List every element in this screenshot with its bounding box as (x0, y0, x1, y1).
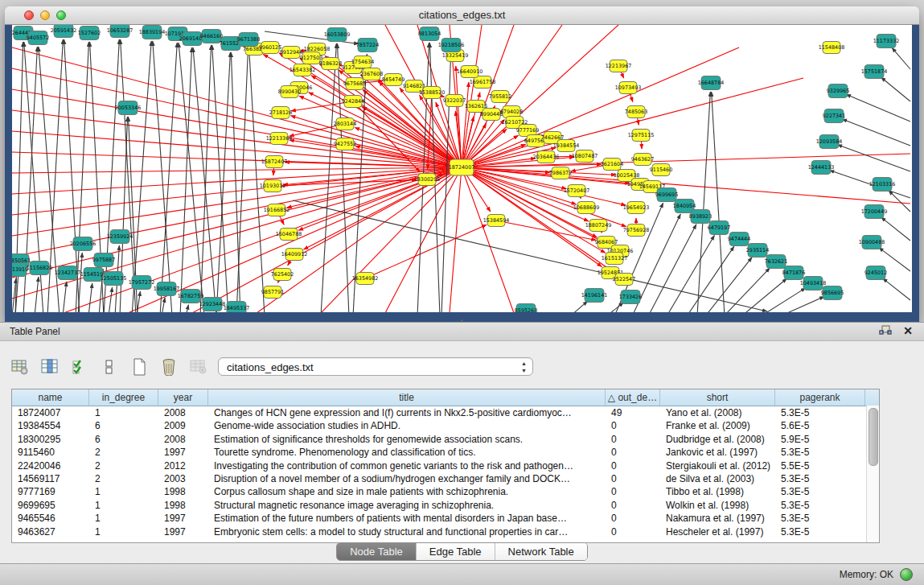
graph-node[interactable]: 9671388 (237, 33, 260, 47)
table-cell-title[interactable]: Estimation of the future numbers of pati… (208, 512, 606, 525)
graph-node[interactable]: 18839194 (139, 26, 166, 39)
memory-status-indicator[interactable] (900, 568, 913, 581)
table-cell-name[interactable]: 9465546 (12, 512, 89, 525)
table-cell-name[interactable]: 18300295 (12, 433, 89, 446)
graph-node[interactable]: 1733426 (619, 290, 642, 304)
table-cell-title[interactable]: Estimation of significance thresholds fo… (208, 433, 606, 446)
table-cell-name[interactable]: 14569117 (12, 472, 89, 485)
graph-node[interactable]: 9463627 (631, 154, 654, 166)
network-view[interactable]: 1872400718300295766382299601258912944182… (12, 25, 912, 312)
graph-node[interactable]: 3621604 (601, 159, 623, 171)
table-cell-out_degree[interactable]: 0 (606, 472, 660, 485)
graph-node[interactable]: 16409912 (281, 249, 308, 261)
graph-node[interactable]: 17957272 (129, 276, 155, 290)
table-cell-out_degree[interactable]: 0 (606, 485, 660, 498)
graph-node[interactable]: 12444133 (808, 161, 835, 175)
table-cell-pagerank[interactable]: 5.6E-5 (775, 419, 865, 432)
table-cell-name[interactable]: 9777169 (12, 485, 89, 498)
graph-node[interactable]: 12213967 (606, 60, 632, 72)
table-row[interactable]: 1830029562008Estimation of significance … (12, 433, 879, 446)
table-cell-out_degree[interactable]: 0 (606, 446, 660, 459)
graph-node[interactable]: 12342737 (55, 266, 81, 280)
table-cell-short[interactable]: Franke et al. (2009) (660, 419, 775, 432)
graph-node[interactable]: 6479197 (708, 221, 730, 235)
graph-node[interactable]: 19218506 (438, 39, 465, 52)
graph-node[interactable]: 20206556 (70, 237, 97, 251)
graph-node[interactable]: 9675685 (343, 78, 366, 90)
table-cell-pagerank[interactable]: 5.3E-5 (775, 512, 865, 525)
graph-node[interactable]: 12975115 (628, 130, 655, 142)
graph-node[interactable]: 7857224 (356, 39, 379, 52)
select-columns-icon[interactable] (71, 358, 88, 376)
graph-node[interactable]: 9856695 (821, 286, 844, 300)
table-cell-in_degree[interactable]: 1 (89, 512, 158, 525)
column-header-name[interactable]: name (12, 389, 89, 406)
graph-node[interactable]: 18807249 (585, 220, 612, 232)
table-cell-year[interactable]: 2008 (158, 406, 208, 419)
graph-node[interactable]: 9115460 (650, 164, 672, 176)
table-cell-out_degree[interactable]: 0 (606, 512, 660, 525)
tab-edge-table[interactable]: Edge Table (417, 543, 495, 560)
table-cell-title[interactable]: Investigating the contribution of common… (208, 459, 606, 472)
graph-node[interactable]: 19958167 (154, 282, 180, 296)
graph-node[interactable]: 10493418 (800, 277, 827, 290)
graph-node[interactable]: 9699695 (655, 188, 678, 202)
graph-node[interactable]: 8813054 (418, 27, 441, 41)
graph-node[interactable]: 15384594 (483, 215, 510, 227)
column-header-out_degree[interactable]: △ out_de… (606, 389, 660, 406)
table-row[interactable]: 1456911722003Disruption of a novel membe… (12, 472, 879, 485)
graph-node[interactable]: 7632621 (765, 255, 787, 269)
graph-node[interactable]: 18495337 (224, 302, 250, 313)
show-column-icon[interactable] (41, 358, 59, 376)
graph-node[interactable]: 8938923 (689, 210, 712, 224)
graph-node[interactable]: 79756928 (623, 225, 650, 237)
table-cell-short[interactable]: de Silva et al. (2003) (660, 472, 775, 485)
graph-node[interactable]: 11156829 (27, 262, 53, 275)
table-cell-pagerank[interactable]: 5.3E-5 (775, 406, 865, 419)
graph-node[interactable]: 7955812 (489, 91, 511, 103)
table-cell-year[interactable]: 1997 (158, 525, 208, 538)
table-cell-name[interactable]: 9463627 (12, 525, 89, 538)
table-row[interactable]: 977716911998Corpus callosum shape and si… (12, 485, 879, 498)
scrollbar-thumb[interactable] (869, 408, 878, 466)
table-cell-in_degree[interactable]: 1 (89, 525, 158, 538)
table-cell-in_degree[interactable]: 1 (89, 485, 158, 498)
table-cell-in_degree[interactable]: 2 (89, 446, 158, 459)
table-cell-out_degree[interactable]: 0 (606, 499, 660, 512)
graph-node[interactable]: 11173332 (873, 35, 900, 48)
graph-node[interactable]: 14196141 (581, 289, 608, 303)
table-cell-year[interactable]: 1997 (158, 512, 208, 525)
table-cell-year[interactable]: 2012 (158, 459, 208, 472)
table-cell-title[interactable]: Genome-wide association studies in ADHD. (208, 419, 606, 432)
graph-node[interactable]: 9242844 (342, 96, 364, 108)
graph-node[interactable]: 1527602 (78, 27, 101, 40)
delete-column-icon[interactable] (160, 358, 178, 376)
graph-node[interactable]: 10193012 (260, 180, 286, 192)
table-cell-out_degree[interactable]: 0 (606, 433, 660, 446)
table-cell-in_degree[interactable]: 2 (89, 472, 158, 485)
graph-node[interactable]: 7986372 (549, 167, 572, 179)
graph-node[interactable]: 15872407 (261, 156, 288, 168)
table-cell-in_degree[interactable]: 2 (89, 459, 158, 472)
citation-graph[interactable]: 1872400718300295766382299601258912944182… (12, 25, 912, 312)
graph-node[interactable]: 15720407 (564, 185, 590, 197)
table-cell-out_degree[interactable]: 0 (606, 419, 660, 432)
table-cell-title[interactable]: Disruption of a novel member of a sodium… (208, 472, 606, 485)
graph-node[interactable]: 9474444 (728, 233, 750, 246)
table-cell-short[interactable]: Stergiakouli et al. (2012) (660, 459, 775, 472)
graph-node[interactable]: 7485063 (625, 106, 647, 118)
graph-node[interactable]: 12923448 (199, 298, 226, 311)
table-cell-year[interactable]: 2003 (158, 472, 208, 485)
graph-node[interactable]: 12093584 (816, 135, 843, 149)
graph-node[interactable]: 9857791 (261, 286, 284, 299)
graph-node[interactable]: 7625402 (271, 269, 294, 281)
graph-node[interactable]: 8471876 (782, 266, 805, 280)
graph-node[interactable]: 9322037 (443, 95, 466, 107)
graph-node[interactable]: 12359924 (107, 230, 133, 244)
table-vertical-scrollbar[interactable] (866, 406, 879, 542)
table-cell-short[interactable]: Wolkin et al. (1998) (660, 499, 775, 512)
graph-node[interactable]: 9405572 (27, 31, 49, 45)
graph-node[interactable]: 10807487 (572, 150, 598, 163)
graph-node[interactable]: 20364436 (533, 151, 560, 163)
table-cell-pagerank[interactable]: 5.3E-5 (775, 472, 865, 485)
